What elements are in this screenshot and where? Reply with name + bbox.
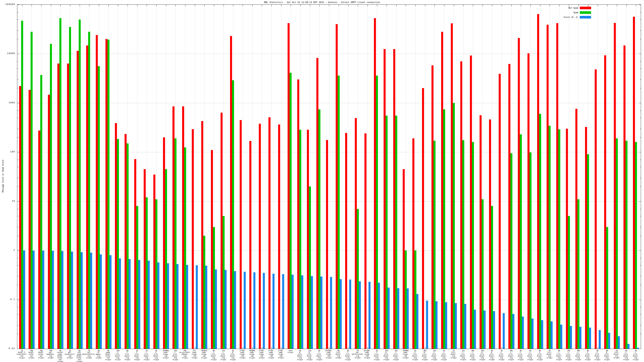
x-tick-top bbox=[530, 5, 531, 6]
bar-spam bbox=[203, 236, 205, 349]
bar-spam bbox=[510, 153, 512, 349]
bar-score bbox=[282, 274, 284, 349]
bar-not-spam bbox=[556, 23, 558, 349]
bar-score bbox=[522, 317, 524, 349]
bar-score bbox=[608, 333, 610, 349]
bar-score bbox=[301, 275, 303, 349]
y-minor-tick-left bbox=[17, 314, 18, 315]
bar-score bbox=[119, 258, 121, 349]
bar-spam bbox=[136, 206, 138, 349]
y-minor-tick-left bbox=[17, 285, 18, 285]
x-tick-top bbox=[559, 5, 560, 6]
bar-score bbox=[407, 288, 409, 349]
x-tick-top bbox=[434, 5, 435, 6]
x-tick-top bbox=[108, 5, 109, 6]
x-tick-top bbox=[521, 5, 521, 6]
y-tick-label: 10000 bbox=[0, 52, 15, 54]
y-minor-tick-right bbox=[640, 19, 641, 20]
gridline-x bbox=[368, 5, 368, 349]
bar-spam bbox=[338, 76, 340, 349]
bar-not-spam bbox=[480, 115, 482, 349]
x-tick-top bbox=[617, 5, 617, 6]
y-tick-label: 10 bbox=[0, 200, 15, 202]
y-minor-tick-left bbox=[17, 111, 18, 111]
bar-score bbox=[426, 301, 428, 349]
bar-not-spam bbox=[604, 55, 606, 349]
y-minor-tick-right bbox=[640, 111, 641, 111]
bar-not-spam bbox=[451, 23, 453, 349]
x-tick-top bbox=[32, 5, 32, 6]
bar-not-spam bbox=[77, 51, 79, 349]
x-tick-top bbox=[224, 5, 224, 6]
bar-spam bbox=[155, 199, 158, 349]
bar-score bbox=[128, 259, 130, 349]
x-tick-top bbox=[243, 5, 243, 6]
bar-score bbox=[589, 328, 591, 349]
y-major-tick-right bbox=[639, 250, 641, 251]
y-minor-tick-right bbox=[640, 314, 641, 315]
y-tick-label: 0.01 bbox=[0, 348, 15, 350]
bar-score bbox=[148, 261, 150, 349]
gridline-x bbox=[502, 5, 502, 349]
bar-spam bbox=[79, 19, 81, 349]
bar-not-spam bbox=[566, 129, 568, 349]
x-tick-top bbox=[137, 5, 138, 6]
bar-spam bbox=[309, 186, 311, 349]
bar-not-spam bbox=[422, 88, 424, 349]
x-tick-top bbox=[377, 5, 377, 6]
bar-not-spam bbox=[614, 23, 616, 349]
bar-not-spam bbox=[153, 175, 155, 349]
bar-spam bbox=[117, 139, 119, 349]
y-tick-label: 0.1 bbox=[0, 299, 15, 301]
bar-score bbox=[81, 252, 83, 349]
bar-not-spam bbox=[460, 61, 462, 349]
bar-spam bbox=[98, 66, 100, 349]
bar-score bbox=[464, 304, 466, 349]
bar-spam bbox=[357, 209, 359, 349]
bar-not-spam bbox=[211, 150, 213, 349]
bar-spam bbox=[443, 109, 445, 349]
bar-score bbox=[580, 327, 582, 349]
bar-score bbox=[272, 274, 274, 349]
y-minor-tick-right bbox=[640, 79, 641, 80]
legend-label-spam: Spam bbox=[573, 11, 578, 14]
bar-score bbox=[599, 330, 601, 349]
bar-spam bbox=[626, 141, 628, 349]
bar-spam bbox=[232, 80, 234, 349]
x-tick-top bbox=[176, 5, 176, 6]
bar-score bbox=[455, 303, 457, 349]
bar-not-spam bbox=[86, 45, 88, 349]
y-minor-tick-right bbox=[640, 258, 641, 258]
gridline-x bbox=[598, 5, 598, 349]
x-tick-top bbox=[473, 5, 473, 6]
bar-spam bbox=[558, 129, 560, 349]
bar-score bbox=[628, 344, 630, 349]
bar-not-spam bbox=[134, 159, 136, 349]
bar-not-spam bbox=[499, 74, 501, 349]
x-tick-bottom bbox=[368, 347, 368, 349]
bar-score bbox=[23, 250, 25, 349]
x-tick-bottom bbox=[243, 347, 243, 349]
bar-score bbox=[158, 263, 160, 349]
bar-score bbox=[532, 319, 534, 349]
bar-spam bbox=[222, 216, 224, 349]
bar-score bbox=[205, 266, 207, 349]
x-tick-top bbox=[128, 5, 128, 6]
y-minor-tick-right bbox=[640, 276, 641, 276]
bar-score bbox=[244, 272, 246, 349]
bar-spam bbox=[174, 138, 176, 349]
y-minor-tick-left bbox=[17, 236, 18, 236]
bar-score bbox=[71, 252, 73, 349]
y-minor-tick-right bbox=[640, 39, 641, 39]
bar-not-spam bbox=[96, 35, 98, 349]
x-tick-top bbox=[454, 5, 454, 6]
x-tick-label: 9@ 2. list. dnswl. org origin bbox=[622, 350, 644, 361]
x-tick-top bbox=[80, 5, 80, 6]
bar-spam bbox=[462, 140, 464, 349]
bar-spam bbox=[88, 32, 90, 349]
bar-score bbox=[378, 283, 380, 349]
bar-not-spam bbox=[393, 49, 395, 349]
bar-spam bbox=[213, 227, 215, 349]
y-minor-tick-left bbox=[17, 276, 18, 276]
bar-spam bbox=[318, 109, 320, 349]
